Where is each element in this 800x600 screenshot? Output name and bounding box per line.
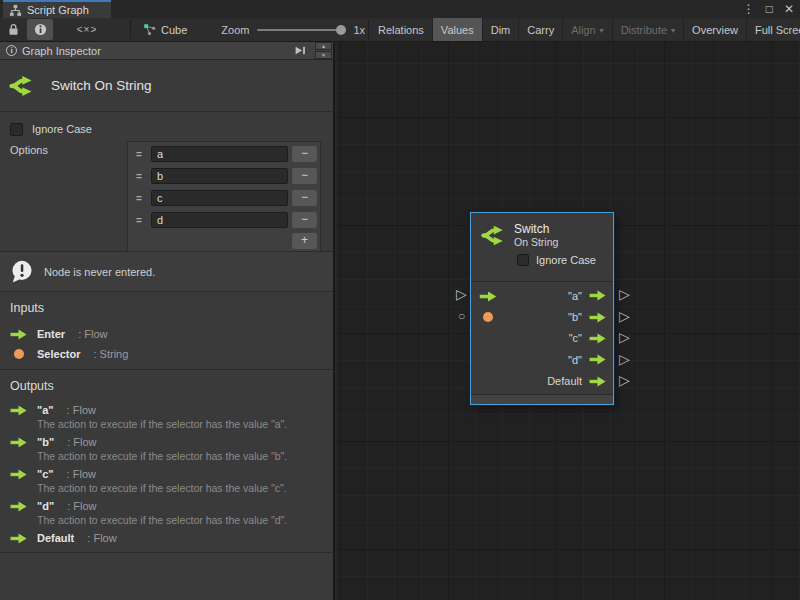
node-output-row-d[interactable]: "d" xyxy=(471,349,606,370)
graph-inspector-header: i Graph Inspector ▲ ▼ xyxy=(0,42,333,60)
dock-panel-button[interactable] xyxy=(290,43,310,59)
window-menu-icon[interactable]: ⋮ xyxy=(743,2,755,16)
ignore-case-label: Ignore Case xyxy=(536,254,596,266)
options-list-footer: + xyxy=(129,231,319,250)
outer-flow-input-port[interactable]: ▷ xyxy=(456,287,467,301)
port-separator: : xyxy=(64,436,73,448)
align-label: Align xyxy=(571,24,595,36)
node-output-row-default[interactable]: Default xyxy=(471,371,606,392)
info-icon: i xyxy=(6,45,17,56)
drag-handle-icon[interactable]: = xyxy=(131,171,147,182)
option-input[interactable] xyxy=(151,146,288,162)
flow-arrow-icon xyxy=(10,469,27,480)
panel-resize-spinner: ▲ ▼ xyxy=(315,42,332,59)
flow-arrow-icon[interactable] xyxy=(589,354,606,365)
node-title: Switch xyxy=(514,222,558,236)
overview-button[interactable]: Overview xyxy=(684,18,747,41)
close-icon[interactable]: ✕ xyxy=(784,2,794,16)
relations-button[interactable]: Relations xyxy=(370,18,433,41)
option-row: = − xyxy=(129,187,319,209)
add-option-button[interactable]: + xyxy=(292,233,317,249)
ignore-case-checkbox[interactable] xyxy=(10,123,23,136)
input-port-row: Selector : String xyxy=(10,344,333,364)
node-enter-port[interactable] xyxy=(479,291,497,304)
option-row: = − xyxy=(129,165,319,187)
port-separator: : xyxy=(64,500,73,512)
zoom-control: Zoom 1x xyxy=(221,24,365,36)
tab-script-graph[interactable]: Script Graph xyxy=(3,0,111,18)
port-label: "a" xyxy=(568,290,582,302)
toolbar-separator xyxy=(368,20,369,39)
warning-text: Node is never entered. xyxy=(44,266,155,278)
drag-handle-icon[interactable]: = xyxy=(131,193,147,204)
flow-arrow-icon[interactable] xyxy=(589,312,606,323)
chevron-down-icon: ▾ xyxy=(600,26,604,35)
outer-output-port-a[interactable]: ▷ xyxy=(619,287,630,301)
outer-value-input-port[interactable]: ○ xyxy=(458,309,465,323)
carry-button[interactable]: Carry xyxy=(519,18,563,41)
inspector-toggle-button[interactable] xyxy=(27,19,53,40)
flow-arrow-icon xyxy=(10,329,27,340)
options-row: Options = − = − = − xyxy=(10,141,321,252)
remove-option-button[interactable]: − xyxy=(292,190,317,206)
graph-canvas[interactable]: ▷ ○ ▷ ▷ ▷ ▷ ▷ Switch xyxy=(337,42,800,600)
outer-output-port-b[interactable]: ▷ xyxy=(619,309,630,323)
option-input[interactable] xyxy=(151,190,288,206)
port-type: Flow xyxy=(93,532,116,544)
drag-handle-icon[interactable]: = xyxy=(131,149,147,160)
node-output-row-c[interactable]: "c" xyxy=(471,328,606,349)
flow-arrow-icon[interactable] xyxy=(589,376,606,387)
window-controls: ⋮ □ ✕ xyxy=(743,0,794,17)
graph-owner-button[interactable]: Cube xyxy=(133,18,197,41)
option-input[interactable] xyxy=(151,212,288,228)
port-name: "b" xyxy=(37,436,54,448)
drag-handle-icon[interactable]: = xyxy=(131,215,147,226)
triangle-up-icon: ▲ xyxy=(321,43,326,49)
ignore-case-checkbox[interactable] xyxy=(517,254,529,266)
remove-option-button[interactable]: − xyxy=(292,146,317,162)
inputs-section: Inputs Enter : Flow Selector : String xyxy=(0,292,333,370)
zoom-slider[interactable] xyxy=(257,29,345,31)
port-label: "c" xyxy=(569,332,582,344)
option-input[interactable] xyxy=(151,168,288,184)
zoom-slider-knob[interactable] xyxy=(336,25,346,35)
values-button[interactable]: Values xyxy=(433,18,483,41)
graph-owner-label: Cube xyxy=(161,24,187,36)
outer-output-port-default[interactable]: ▷ xyxy=(619,373,630,387)
relations-label: Relations xyxy=(378,24,424,36)
node-footer xyxy=(471,394,613,404)
remove-option-button[interactable]: − xyxy=(292,212,317,228)
unity-visual-scripting-window: Script Graph ⋮ □ ✕ xyxy=(0,0,800,600)
flow-arrow-icon[interactable] xyxy=(589,290,606,301)
outer-output-port-d[interactable]: ▷ xyxy=(619,352,630,366)
align-button[interactable]: Align▾ xyxy=(563,18,612,41)
zoom-label: Zoom xyxy=(221,24,249,36)
chevron-down-icon: ▾ xyxy=(671,26,675,35)
lock-button[interactable] xyxy=(0,18,26,41)
outputs-header: Outputs xyxy=(10,379,333,393)
distribute-button[interactable]: Distribute▾ xyxy=(613,18,684,41)
dim-button[interactable]: Dim xyxy=(483,18,520,41)
outer-output-port-c[interactable]: ▷ xyxy=(619,330,630,344)
remove-option-button[interactable]: − xyxy=(292,168,317,184)
port-name: Enter xyxy=(37,328,65,340)
maximize-icon[interactable]: □ xyxy=(766,2,773,16)
node-ignore-case-row: Ignore Case xyxy=(517,254,605,266)
spin-up-button[interactable]: ▲ xyxy=(315,42,332,50)
port-name: "d" xyxy=(37,500,54,512)
spin-down-button[interactable]: ▼ xyxy=(315,51,332,59)
switch-on-string-node[interactable]: Switch On String Ignore Case "a" "b" xyxy=(470,212,614,405)
full-screen-button[interactable]: Full Screen xyxy=(747,18,800,41)
output-port-item: "c" : Flow The action to execute if the … xyxy=(10,466,333,494)
flow-arrow-icon[interactable] xyxy=(589,333,606,344)
port-type: Flow xyxy=(73,436,96,448)
output-port-item: "b" : Flow The action to execute if the … xyxy=(10,434,333,462)
node-selector-port[interactable] xyxy=(483,312,493,322)
code-preview-button[interactable]: <×> xyxy=(54,18,120,41)
port-type: Flow xyxy=(84,328,107,340)
toolbar-middle-group: Cube Zoom 1x xyxy=(133,18,365,41)
toolbar-separator xyxy=(130,20,131,39)
output-port-item: "d" : Flow The action to execute if the … xyxy=(10,498,333,526)
output-port-item: Default : Flow xyxy=(10,530,333,546)
ignore-case-row: Ignore Case xyxy=(10,119,321,139)
